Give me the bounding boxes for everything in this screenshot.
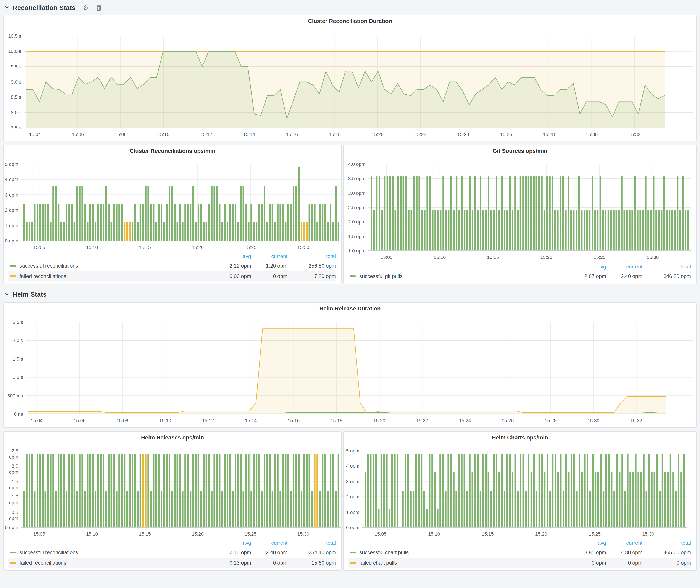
legend-header-current[interactable]: current [606,540,642,546]
row-header-reconciliation-stats[interactable]: Reconciliation Stats ⚙ [4,2,103,13]
y-tick-label: 0 opm [4,238,18,244]
legend-row: failed reconciliations0.13 opm0 opm15.60… [8,558,336,568]
legend-row: successful git pulls2.87 opm2.40 opm346.… [348,271,691,281]
x-tick-label: 15:10 [79,244,105,250]
legend-total-value: 7.20 opm [287,273,336,279]
legend-total-value: 0 opm [642,560,691,566]
x-tick-label: 15:30 [290,531,316,537]
legend-series-swatch-icon [10,265,16,267]
legend-series-label[interactable]: successful reconciliations [19,549,78,556]
legend-total-value: 256.80 opm [287,263,336,269]
legend-header-avg[interactable]: avg [215,540,251,546]
y-tick-label: 2.5 opm [4,448,18,460]
x-tick-label: 15:10 [427,254,453,260]
x-tick-label: 15:22 [407,131,433,137]
legend-total-value: 346.80 opm [642,273,691,279]
legend-row: failed reconciliations0.06 opm0 opm7.20 … [8,271,336,281]
legend-series: successful reconciliations [8,263,215,269]
x-tick-label: 15:20 [365,131,390,137]
helm-release-duration-plot[interactable] [4,303,696,427]
legend-series: successful reconciliations [8,549,215,556]
x-tick-label: 15:30 [581,417,606,423]
y-tick-label: 500 ms [4,393,23,399]
y-tick-label: 1.0 opm [4,494,18,506]
x-tick-label: 15:25 [237,244,263,250]
x-tick-label: 15:14 [236,131,262,137]
legend-series: successful git pulls [348,273,570,279]
legend-header-total[interactable]: total [287,540,336,546]
legend-series-label[interactable]: failed reconciliations [19,560,66,566]
x-tick-label: 15:24 [450,131,476,137]
legend-series-label[interactable]: successful chart pulls [359,549,409,556]
legend-series-label[interactable]: successful reconciliations [19,263,78,269]
x-tick-label: 15:25 [587,254,613,260]
y-tick-label: 2 opm [4,207,18,213]
legend-header-total[interactable]: total [642,264,691,270]
legend-series-label[interactable]: failed chart pulls [359,560,397,566]
row-settings-button[interactable]: ⚙ [82,4,90,11]
row-delete-button[interactable] [95,4,103,11]
legend-series-swatch-icon [10,275,16,277]
x-tick-label: 15:04 [22,131,48,137]
y-tick-label: 0.5 opm [4,509,18,521]
legend: avgcurrenttotalsuccessful git pulls2.87 … [348,262,691,281]
legend-series: successful chart pulls [348,549,570,556]
y-tick-label: 1.0 s [4,374,23,380]
x-tick-label: 15:05 [368,531,394,537]
x-tick-label: 15:15 [480,254,506,260]
y-tick-label: 3 opm [4,192,18,198]
y-tick-label: 2 opm [344,494,359,500]
legend-current-value: 4.80 opm [606,549,642,556]
x-tick-label: 15:30 [635,531,661,537]
legend-current-value: 2.40 opm [251,549,287,556]
x-tick-label: 15:06 [65,131,91,137]
chevron-down-icon [4,291,10,297]
row-header-helm-stats[interactable]: Helm Stats [4,289,47,299]
x-tick-label: 15:30 [640,254,666,260]
x-tick-label: 15:18 [322,131,348,137]
legend-total-value: 254.40 opm [287,549,336,556]
panel-helm-release-duration: Helm Release Duration 2.5 s2.0 s1.5 s1.0… [3,302,697,428]
legend-header-total[interactable]: total [287,253,336,259]
cluster-reconciliation-duration-chart[interactable]: 10.5 s10.0 s9.5 s9.0 s8.5 s8.0 s7.5 s15:… [4,15,696,141]
legend-header-row: avgcurrenttotal [8,252,336,261]
legend-series: failed reconciliations [8,273,215,279]
x-tick-label: 15:04 [24,417,50,423]
y-tick-label: 2.0 s [4,338,23,344]
x-tick-label: 15:32 [622,131,648,137]
x-tick-label: 15:05 [26,531,52,537]
row-title[interactable]: Helm Stats [13,290,47,298]
x-tick-label: 15:28 [536,131,562,137]
legend-series-label[interactable]: successful git pulls [359,273,403,279]
legend-avg-value: 3.85 opm [570,549,606,556]
y-tick-label: 10.0 s [4,48,21,54]
trash-icon [96,4,102,11]
y-tick-label: 3.5 opm [344,176,365,182]
helm-release-duration-chart[interactable]: 2.5 s2.0 s1.5 s1.0 s500 ms0 ns15:0415:06… [4,303,696,427]
legend-header-current[interactable]: current [251,540,287,546]
legend-header-current[interactable]: current [606,264,642,270]
legend-total-value: 465.60 opm [642,549,691,556]
legend-header-avg[interactable]: avg [215,253,251,259]
legend-avg-value: 2.12 opm [215,263,251,269]
y-tick-label: 9.0 s [4,79,21,85]
x-tick-label: 15:20 [533,254,559,260]
legend-series-label[interactable]: failed reconciliations [19,273,66,279]
row-title[interactable]: Reconciliation Stats [13,4,76,11]
x-tick-label: 15:24 [452,417,478,423]
y-tick-label: 4.0 opm [344,161,365,167]
y-tick-label: 0 opm [344,524,359,530]
legend-series-swatch-icon [350,275,356,277]
y-tick-label: 5 opm [4,161,18,167]
x-tick-label: 15:22 [409,417,435,423]
cluster-reconciliation-duration-plot[interactable] [4,15,696,141]
x-tick-label: 15:20 [366,417,392,423]
y-tick-label: 3 opm [344,478,359,485]
y-tick-label: 5 opm [344,448,359,454]
x-tick-label: 15:18 [324,417,350,423]
legend-current-value: 0 opm [251,560,287,566]
legend-header-current[interactable]: current [251,253,287,259]
legend-header-avg[interactable]: avg [570,540,606,546]
legend-header-avg[interactable]: avg [570,264,606,270]
legend-header-total[interactable]: total [642,540,691,546]
